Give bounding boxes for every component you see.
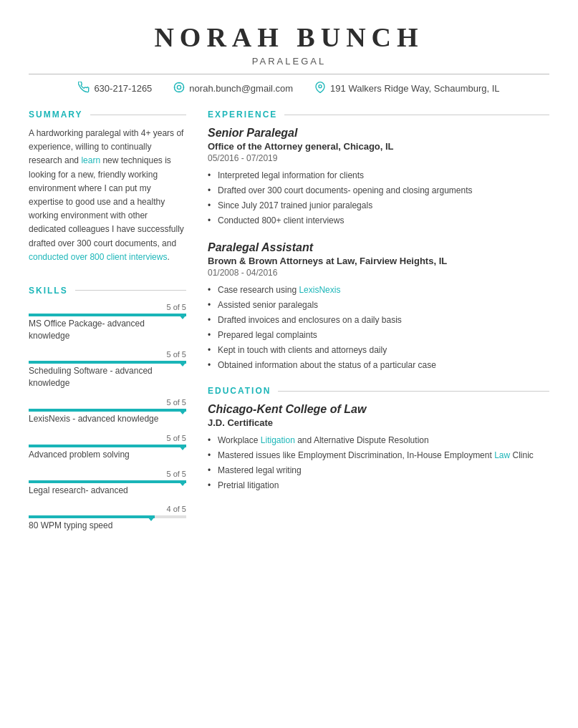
- job-dates-2: 01/2008 - 04/2016: [208, 268, 549, 278]
- job-company-2: Brown & Brown Attorneys at Law, Fairview…: [208, 256, 549, 266]
- experience-title: EXPERIENCE: [208, 110, 277, 120]
- summary-title: SUMMARY: [29, 110, 83, 120]
- skill-name-1: MS Office Package- advanced knowledge: [29, 318, 186, 342]
- edu-bullet-2: Mastered issues like Employment Discrimi…: [208, 449, 549, 462]
- skill-bar-4: [29, 445, 186, 447]
- summary-text: A hardworking paralegal with 4+ years of…: [29, 127, 186, 264]
- summary-section-header: SUMMARY: [29, 110, 186, 120]
- bullet-1-4: Conducted 800+ client interviews: [208, 214, 549, 227]
- resume-header: NORAH BUNCH PARALEGAL: [29, 21, 549, 67]
- left-column: SUMMARY A hardworking paralegal with 4+ …: [29, 110, 186, 540]
- skill-item-problem-solving: 5 of 5 Advanced problem solving: [29, 434, 186, 461]
- skill-item-lexisnexis: 5 of 5 LexisNexis - advanced knowledge: [29, 398, 186, 425]
- phone-contact: 630-217-1265: [78, 82, 152, 95]
- job-bullets-2: Case research using LexisNexis Assisted …: [208, 283, 549, 372]
- skill-tick-3: [179, 410, 186, 414]
- skill-fill-1: [29, 314, 186, 316]
- job-bullets-1: Interpreted legal information for client…: [208, 169, 549, 227]
- skills-section-header: SKILLS: [29, 286, 186, 296]
- bullet-2-3: Drafted invoices and enclosures on a dai…: [208, 314, 549, 326]
- skill-fill-3: [29, 409, 186, 412]
- skill-bar-6: [29, 515, 186, 518]
- skill-score-1: 5 of 5: [29, 303, 186, 311]
- bullet-1-2: Drafted over 300 court documents- openin…: [208, 184, 549, 197]
- bullet-2-5: Kept in touch with clients and attorneys…: [208, 344, 549, 356]
- skill-item-legal-research: 5 of 5 Legal research- advanced: [29, 470, 186, 497]
- email-icon: [173, 82, 185, 95]
- skill-tick-1: [179, 315, 186, 319]
- education-title: EDUCATION: [208, 386, 271, 396]
- job-title-2: Paralegal Assistant: [208, 241, 549, 254]
- skills-line: [75, 290, 186, 291]
- bullet-1-1: Interpreted legal information for client…: [208, 169, 549, 182]
- experience-line: [284, 115, 549, 115]
- skill-tick-4: [179, 446, 186, 450]
- skill-bar-1: [29, 314, 186, 316]
- location-icon: [314, 82, 326, 95]
- skill-name-4: Advanced problem solving: [29, 449, 186, 461]
- phone-icon: [78, 82, 90, 95]
- bullet-2-6: Obtained information about the status of…: [208, 359, 549, 372]
- bullet-2-4: Prepared legal complaints: [208, 329, 549, 341]
- edu-bullets: Workplace Litigation and Alternative Dis…: [208, 434, 549, 492]
- highlight-law: Law: [494, 450, 510, 460]
- edu-bullet-4: Pretrial litigation: [208, 479, 549, 492]
- skill-fill-2: [29, 361, 186, 364]
- address-contact: 191 Walkers Ridge Way, Schaumburg, IL: [314, 82, 500, 95]
- skill-score-6: 4 of 5: [29, 505, 186, 513]
- skill-fill-5: [29, 480, 186, 483]
- skills-section: SKILLS 5 of 5 MS Office Package- advance…: [29, 286, 186, 532]
- main-layout: SUMMARY A hardworking paralegal with 4+ …: [29, 110, 549, 540]
- bullet-2-1: Case research using LexisNexis: [208, 283, 549, 296]
- edu-bullet-1: Workplace Litigation and Alternative Dis…: [208, 434, 549, 447]
- skill-name-5: Legal research- advanced: [29, 485, 186, 497]
- education-line: [278, 391, 549, 392]
- edu-degree: J.D. Certificate: [208, 417, 549, 428]
- skills-title: SKILLS: [29, 286, 68, 296]
- skill-score-5: 5 of 5: [29, 470, 186, 478]
- svg-point-0: [178, 85, 181, 89]
- job-paralegal-assistant: Paralegal Assistant Brown & Brown Attorn…: [208, 241, 549, 372]
- phone-number: 630-217-1265: [94, 83, 152, 94]
- school-name: Chicago-Kent College of Law: [208, 403, 549, 416]
- bullet-1-3: Since July 2017 trained junior paralegal…: [208, 199, 549, 212]
- skill-name-2: Scheduling Software - advanced knowledge: [29, 365, 186, 389]
- skill-fill-6: [29, 515, 155, 518]
- skill-bar-5: [29, 480, 186, 483]
- skill-score-4: 5 of 5: [29, 434, 186, 442]
- highlight-lexisnexis: LexisNexis: [299, 285, 340, 295]
- summary-highlight-learn: learn: [81, 155, 100, 165]
- job-senior-paralegal: Senior Paralegal Office of the Attorney …: [208, 127, 549, 227]
- email-address: norah.bunch@gmail.com: [189, 83, 293, 94]
- skill-name-6: 80 WPM typing speed: [29, 520, 186, 532]
- skill-item-typing: 4 of 5 80 WPM typing speed: [29, 505, 186, 532]
- right-column: EXPERIENCE Senior Paralegal Office of th…: [208, 110, 549, 540]
- contact-row: 630-217-1265 norah.bunch@gmail.com 191 W…: [29, 82, 549, 95]
- mailing-address: 191 Walkers Ridge Way, Schaumburg, IL: [330, 83, 500, 94]
- skill-item-scheduling: 5 of 5 Scheduling Software - advanced kn…: [29, 350, 186, 389]
- highlight-litigation: Litigation: [261, 435, 295, 445]
- email-contact: norah.bunch@gmail.com: [173, 82, 293, 95]
- svg-point-1: [319, 85, 322, 88]
- skill-bar-2: [29, 361, 186, 364]
- skill-fill-4: [29, 445, 186, 447]
- skill-item-msoffice: 5 of 5 MS Office Package- advanced knowl…: [29, 303, 186, 342]
- bullet-2-2: Assisted senior paralegals: [208, 299, 549, 311]
- skill-name-3: LexisNexis - advanced knowledge: [29, 413, 186, 425]
- job-dates-1: 05/2016 - 07/2019: [208, 153, 549, 163]
- skill-tick-2: [179, 362, 186, 367]
- candidate-name: NORAH BUNCH: [29, 21, 549, 53]
- experience-section-header: EXPERIENCE: [208, 110, 549, 120]
- job-company-1: Office of the Attorney general, Chicago,…: [208, 141, 549, 152]
- edu-bullet-3: Mastered legal writing: [208, 464, 549, 477]
- header-divider: [29, 74, 549, 74]
- job-title-1: Senior Paralegal: [208, 127, 549, 140]
- summary-line: [90, 115, 186, 115]
- skill-tick-5: [179, 482, 186, 486]
- skill-score-3: 5 of 5: [29, 398, 186, 407]
- summary-highlight-interviews: conducted over 800 client interviews: [29, 252, 167, 262]
- candidate-title: PARALEGAL: [29, 56, 549, 67]
- skill-score-2: 5 of 5: [29, 350, 186, 359]
- education-section-header: EDUCATION: [208, 386, 549, 396]
- skill-bar-3: [29, 409, 186, 412]
